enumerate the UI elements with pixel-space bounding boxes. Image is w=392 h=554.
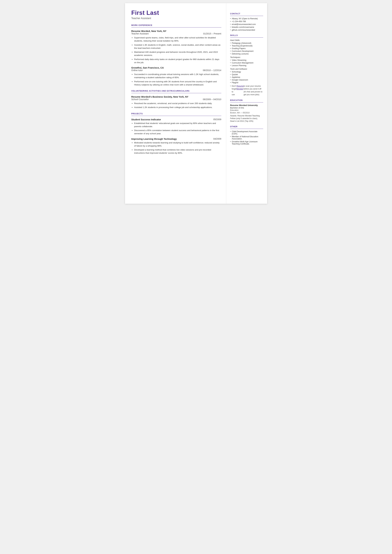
list-item: Performed one-on-one tutoring with 3K st… [134, 80, 221, 87]
project-1: Student Success Indicator 05/2009 Establ… [131, 118, 221, 135]
contact-item-linkedin: linkedin.com/in/username [230, 26, 263, 28]
job-1-date: 01/2015 – Present [203, 32, 221, 35]
volunteer-1: Resume Worded's Business Society, New Yo… [131, 95, 221, 109]
skill-item: Video Streaming [230, 59, 263, 61]
project-2-date: 04/2009 [213, 138, 221, 140]
skill-item: Curriculum Management [230, 62, 263, 64]
skill-item: Flipgrid [230, 82, 263, 84]
contact-label: CONTACT [230, 13, 263, 15]
edu-location-date: Boston, MA — 05/2010 [230, 112, 263, 114]
job-1-company: Resume Worded, New York, NY [131, 30, 167, 32]
skills-label: SKILLS [230, 34, 263, 36]
right-column: CONTACT Albany, NY (Open to Remote) +1-2… [226, 3, 267, 204]
contact-item-github: github.com/resumeworded [230, 29, 263, 31]
project-1-date: 05/2009 [213, 118, 221, 121]
skill-item: Appletree [230, 76, 263, 78]
candidate-name: First Last [131, 9, 221, 16]
edu-institution: Resume Worded University [230, 104, 263, 106]
job-1-bullets: Supervised sports teams, clubs, field tr… [134, 36, 221, 64]
skill-item: Quizlet [230, 73, 263, 76]
list-item: Assisted 1.3K students in English, math,… [134, 43, 221, 50]
other-divider [230, 129, 263, 129]
skill-item: Delivering Lectures [230, 53, 263, 55]
volunteering-divider [131, 93, 221, 93]
contact-item-location: Albany, NY (Open to Remote) [230, 18, 263, 20]
skill-item: Google Classroom [230, 79, 263, 81]
list-item: Succeeded in coordinating private virtua… [134, 73, 221, 79]
list-item: Maintained 440 student progress and beha… [134, 50, 221, 57]
work-experience-label: WORK EXPERIENCE [131, 24, 221, 26]
resume-page: First Last Teacher Assistant WORK EXPERI… [125, 3, 267, 204]
volunteering-label: VOLUNTEERING ACTIVITIES AND EXTRACURRICU… [131, 90, 221, 92]
skill-item: Pedagogy (Advanced) [230, 42, 263, 44]
job-1-header-row: Resume Worded, New York, NY [131, 30, 221, 32]
promo-link[interactable]: Resume Worded [237, 85, 244, 90]
job-2: Growthsi, San Francisco, CA Online tutor… [131, 66, 221, 86]
project-2-header: Improving Learning through Technology 04… [131, 138, 221, 140]
promo-text: Don't forget to use Resume Worded to sca… [230, 85, 263, 96]
tools-category: Tools and Software: [230, 68, 263, 70]
volunteer-1-bullets: Resolved the academic, emotional, and so… [134, 102, 221, 109]
job-1-role-row: Teacher Assistant 01/2015 – Present [131, 32, 221, 35]
other-item: Growthsi Multi-Age Licensure Teaching Ce… [230, 140, 263, 145]
job-2-company: Growthsi, San Francisco, CA [131, 66, 164, 69]
job-2-header-row: Growthsi, San Francisco, CA [131, 66, 221, 69]
list-item: Established that students' educational g… [134, 122, 221, 128]
list-item: Developed a learning method that combine… [134, 148, 221, 155]
list-item: Performed daily data entry tasks on stud… [134, 58, 221, 64]
education-divider [230, 102, 263, 103]
volunteer-1-company: Resume Worded's Business Society, New Yo… [131, 95, 189, 98]
project-2-title: Improving Learning through Technology [131, 138, 177, 140]
list-item: Discovered a 95% correlation between stu… [134, 129, 221, 135]
volunteer-1-header-row: Resume Worded's Business Society, New Yo… [131, 95, 221, 98]
work-experience-divider [131, 27, 221, 28]
other-item: Child Development Associate (CDA). [230, 130, 263, 135]
list-item: Supervised sports teams, clubs, field tr… [134, 36, 221, 43]
candidate-title: Teacher Assistant [131, 17, 221, 20]
other-item: Member of National Education Association… [230, 135, 263, 140]
job-2-role: Online tutor [131, 69, 143, 71]
list-item: Motivated students towards learning and … [134, 141, 221, 148]
edu-awards: Awards: Resume Worded Teaching Fellow (o… [230, 114, 263, 122]
skill-item: Grading Papers [230, 47, 263, 49]
education-label: EDUCATION [230, 99, 263, 101]
project-2: Improving Learning through Technology 04… [131, 138, 221, 155]
skill-item: Teaching (Experienced) [230, 45, 263, 47]
job-1: Resume Worded, New York, NY Teacher Assi… [131, 30, 221, 64]
techniques-category: Techniques: [230, 56, 263, 58]
project-2-bullets: Motivated students towards learning and … [134, 141, 221, 155]
edu-field: Education [230, 109, 263, 111]
projects-label: PROJECTS [131, 112, 221, 115]
job-1-role: Teacher Assistant [131, 32, 149, 35]
volunteer-1-role: School Counselor [131, 98, 149, 101]
volunteer-1-date: 06/2009 – 04/2010 [203, 98, 221, 101]
edu-degree: Bachelor of Arts [230, 107, 263, 109]
project-1-title: Student Success Indicator [131, 118, 161, 121]
skills-divider [230, 37, 263, 38]
skill-item: Lesson Planning [230, 64, 263, 67]
project-1-bullets: Established that students' educational g… [134, 122, 221, 135]
volunteer-1-role-row: School Counselor 06/2009 – 04/2010 [131, 98, 221, 101]
contact-list: Albany, NY (Open to Remote) +1-234-456-7… [230, 18, 263, 31]
list-item: Assisted 1.2K students in processing the… [134, 106, 221, 109]
contact-item-email: email@resumeworded.com [230, 23, 263, 25]
left-column: First Last Teacher Assistant WORK EXPERI… [125, 3, 226, 204]
other-label: OTHER [230, 126, 263, 128]
skill-item: Curriculum Development [230, 50, 263, 52]
list-item: Resolved the academic, emotional, and so… [134, 102, 221, 105]
job-2-date: 06/2010 – 12/2014 [203, 69, 221, 71]
contact-divider [230, 16, 263, 16]
contact-item-phone: +1-234-456-789 [230, 20, 263, 23]
hard-skills-category: Hard Skills: [230, 39, 263, 41]
skill-item: Schoology [230, 71, 263, 73]
project-1-header: Student Success Indicator 05/2009 [131, 118, 221, 121]
job-2-role-row: Online tutor 06/2010 – 12/2014 [131, 69, 221, 72]
job-2-bullets: Succeeded in coordinating private virtua… [134, 73, 221, 86]
